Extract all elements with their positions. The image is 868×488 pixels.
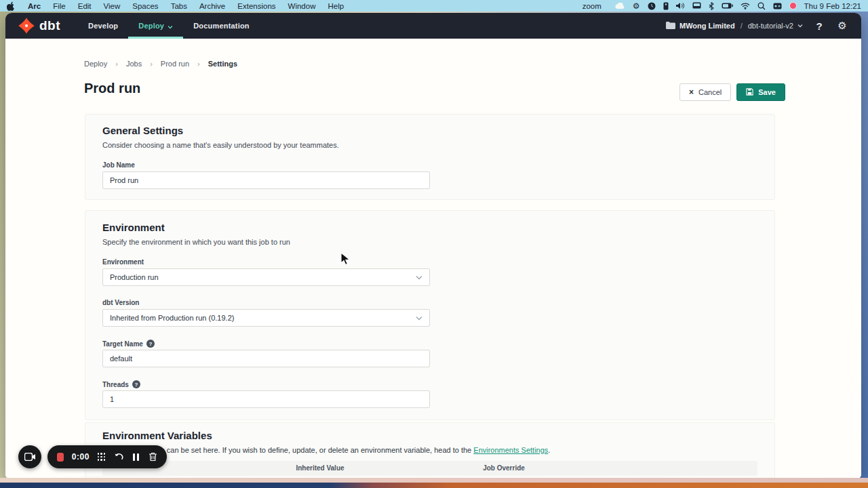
bluetooth-icon[interactable] bbox=[709, 1, 714, 10]
general-settings-subtitle: Consider choosing a name that's easily u… bbox=[102, 141, 339, 149]
pause-icon bbox=[133, 453, 139, 461]
settings-gear-icon[interactable]: ⚙ bbox=[633, 1, 640, 10]
general-settings-title: General Settings bbox=[102, 125, 183, 136]
menubar-item-file[interactable]: File bbox=[47, 2, 72, 10]
column-inherited-value: Inherited Value bbox=[296, 464, 344, 472]
project-separator: / bbox=[741, 22, 743, 30]
environment-select-label: Environment bbox=[102, 258, 144, 266]
help-button[interactable]: ? bbox=[812, 19, 826, 33]
target-name-label: Target Name ? bbox=[102, 340, 155, 348]
cloud-icon[interactable] bbox=[615, 1, 625, 10]
gear-icon: ⚙ bbox=[837, 20, 846, 32]
menubar-zoom-label[interactable]: zoom bbox=[576, 2, 608, 10]
project-selector[interactable]: MWong Limited / dbt-tutorial-v2 bbox=[666, 22, 803, 30]
wifi-icon[interactable] bbox=[741, 1, 750, 10]
screen-recording-indicator-icon[interactable] bbox=[789, 2, 797, 9]
breadcrumb-settings: Settings bbox=[208, 60, 237, 68]
help-tooltip-icon[interactable]: ? bbox=[146, 340, 155, 348]
trash-icon bbox=[149, 452, 157, 462]
environment-card: Environment Specify the environment in w… bbox=[85, 210, 775, 420]
save-button[interactable]: Save bbox=[736, 83, 785, 101]
app-nav: Develop Deploy Documentation bbox=[78, 13, 260, 39]
volume-icon[interactable] bbox=[676, 1, 685, 10]
menubar-item-tabs[interactable]: Tabs bbox=[165, 2, 193, 10]
job-name-label: Job Name bbox=[102, 161, 135, 169]
environment-variables-title: Environment Variables bbox=[102, 430, 212, 441]
macos-menubar: Arc File Edit View Spaces Tabs Archive E… bbox=[0, 0, 868, 12]
desktop-wallpaper-strip bbox=[0, 478, 868, 483]
breadcrumb-separator-icon: › bbox=[150, 60, 153, 68]
threads-input[interactable] bbox=[102, 390, 430, 408]
dbt-logo[interactable]: dbt bbox=[18, 17, 60, 35]
camera-toggle-button[interactable] bbox=[18, 445, 41, 468]
nav-deploy[interactable]: Deploy bbox=[128, 13, 183, 39]
environment-subtitle: Specify the environment in which you wan… bbox=[102, 238, 290, 246]
dbt-app-header: dbt Develop Deploy Documentation MWong L… bbox=[5, 13, 861, 39]
desktop-wallpaper-bottom bbox=[0, 483, 868, 488]
menubar-app-name[interactable]: Arc bbox=[22, 2, 47, 10]
target-name-input[interactable] bbox=[102, 350, 430, 367]
restart-recording-button[interactable] bbox=[114, 451, 124, 462]
dbt-version-label: dbt Version bbox=[102, 299, 139, 306]
breadcrumb-separator-icon: › bbox=[197, 60, 200, 68]
settings-button[interactable]: ⚙ bbox=[835, 19, 849, 33]
apple-menu-icon[interactable] bbox=[7, 1, 15, 11]
save-disk-icon bbox=[746, 88, 753, 97]
account-name: MWong Limited bbox=[679, 22, 735, 30]
control-center-icon[interactable] bbox=[773, 1, 782, 10]
help-tooltip-icon[interactable]: ? bbox=[132, 380, 140, 388]
page-title: Prod run bbox=[84, 81, 140, 96]
menubar-item-edit[interactable]: Edit bbox=[72, 2, 98, 10]
general-settings-card: General Settings Consider choosing a nam… bbox=[85, 114, 775, 200]
project-name: dbt-tutorial-v2 bbox=[748, 22, 793, 30]
job-name-input[interactable] bbox=[102, 171, 430, 189]
undo-icon bbox=[114, 453, 124, 462]
environment-title: Environment bbox=[102, 222, 165, 233]
dbt-version-select[interactable]: Inherited from Production run (0.19.2) bbox=[102, 309, 430, 327]
breadcrumb-deploy[interactable]: Deploy bbox=[84, 60, 107, 68]
dbt-logo-icon bbox=[18, 17, 35, 35]
menubar-item-spaces[interactable]: Spaces bbox=[126, 2, 164, 10]
menubar-item-archive[interactable]: Archive bbox=[193, 2, 231, 10]
nav-develop[interactable]: Develop bbox=[78, 13, 128, 39]
close-icon: × bbox=[689, 87, 694, 97]
lock-status-icon[interactable] bbox=[663, 1, 669, 10]
menubar-item-view[interactable]: View bbox=[98, 2, 127, 10]
delete-recording-button[interactable] bbox=[149, 451, 157, 462]
folder-icon bbox=[666, 22, 675, 30]
environment-variables-card: Environment Variables Job level override… bbox=[85, 422, 775, 479]
threads-label: Threads ? bbox=[102, 380, 140, 388]
menubar-item-window[interactable]: Window bbox=[282, 2, 322, 10]
environment-variables-description: Job level overrides can be set here. If … bbox=[102, 446, 550, 454]
env-vars-table-header: Inherited Value Job Override bbox=[102, 461, 757, 476]
display-icon[interactable] bbox=[692, 1, 701, 10]
battery-icon[interactable] bbox=[722, 1, 733, 10]
record-stop-button[interactable] bbox=[57, 453, 64, 462]
chevron-down-icon bbox=[167, 23, 173, 28]
chevron-down-icon bbox=[797, 22, 803, 30]
video-camera-icon bbox=[24, 453, 36, 461]
help-icon: ? bbox=[816, 20, 822, 32]
menubar-item-extensions[interactable]: Extensions bbox=[231, 2, 281, 10]
environment-select[interactable]: Production run bbox=[102, 268, 430, 286]
spotlight-search-icon[interactable] bbox=[757, 1, 766, 10]
breadcrumb-prod-run[interactable]: Prod run bbox=[161, 60, 189, 68]
chevron-down-icon bbox=[416, 316, 422, 321]
cancel-button[interactable]: × Cancel bbox=[679, 83, 731, 101]
menubar-clock[interactable]: Thu 9 Feb 12:21 bbox=[804, 2, 861, 10]
breadcrumb-separator-icon: › bbox=[115, 60, 118, 68]
environments-settings-link[interactable]: Environments Settings bbox=[473, 446, 548, 454]
column-job-override: Job Override bbox=[483, 464, 525, 472]
menubar-item-help[interactable]: Help bbox=[321, 2, 350, 10]
drag-handle-icon[interactable] bbox=[98, 451, 106, 462]
settings-page: Deploy › Jobs › Prod run › Settings Prod… bbox=[5, 39, 861, 479]
breadcrumb: Deploy › Jobs › Prod run › Settings bbox=[84, 60, 237, 68]
clock-status-icon[interactable] bbox=[648, 1, 656, 10]
recording-toolbar: 0:00 bbox=[47, 445, 167, 468]
pause-recording-button[interactable] bbox=[132, 451, 140, 462]
recording-timer: 0:00 bbox=[72, 452, 90, 462]
chevron-down-icon bbox=[416, 275, 422, 280]
nav-documentation[interactable]: Documentation bbox=[183, 13, 260, 39]
breadcrumb-jobs[interactable]: Jobs bbox=[126, 60, 142, 68]
browser-window: dbt Develop Deploy Documentation MWong L… bbox=[5, 13, 861, 479]
